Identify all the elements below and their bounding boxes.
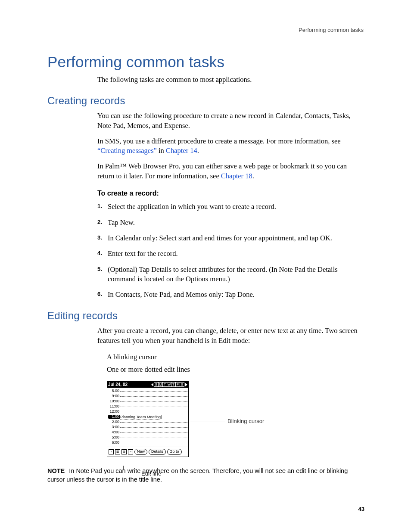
view-agenda-icon[interactable]: ≡ xyxy=(128,449,133,454)
calendar-day-nav: S M T W T F S xyxy=(151,382,187,387)
note-block: NOTEIn Note Pad you can write anywhere o… xyxy=(47,467,364,484)
callout-edit-line: Edit line xyxy=(141,470,161,478)
time-row: 9:00 xyxy=(108,394,187,399)
calendar-header: Jul 24, 02 S M T W T F S xyxy=(107,382,188,388)
step-2: Tap New. xyxy=(97,218,364,227)
intro-block: The following tasks are common to most a… xyxy=(97,75,364,84)
link-chapter-14[interactable]: Chapter 14 xyxy=(166,146,197,155)
step-4: Enter text for the record. xyxy=(97,249,364,258)
time-row: 8:00 xyxy=(108,389,187,394)
link-chapter-18[interactable]: Chapter 18 xyxy=(221,172,252,180)
sec1-p3: In Palm™ Web Browser Pro, you can either… xyxy=(97,162,364,181)
calendar-date: Jul 24, 02 xyxy=(108,383,129,387)
text-cursor-icon xyxy=(162,415,162,419)
callout-blinking-cursor: Blinking cursor xyxy=(227,417,264,425)
feature-cursor: A blinking cursor xyxy=(107,352,364,363)
page-title: Performing common tasks xyxy=(47,53,364,71)
note-label: NOTE xyxy=(47,467,65,474)
heading-editing-records: Editing records xyxy=(47,310,364,322)
sec1-p1: You can use the following procedure to c… xyxy=(97,111,364,131)
new-button[interactable]: New xyxy=(134,449,147,455)
sec2-p1: After you create a record, you can chang… xyxy=(97,326,364,345)
time-row: 3:00 xyxy=(108,425,187,430)
view-week-icon[interactable]: ☰ xyxy=(115,449,120,454)
time-row: 11:00 xyxy=(108,404,187,409)
link-creating-messages[interactable]: “Creating messages” xyxy=(97,146,157,155)
appointment-text: Planning Team Meeting xyxy=(120,415,161,420)
running-header-text: Performing common tasks xyxy=(299,27,364,33)
prev-arrow-icon[interactable] xyxy=(151,383,153,386)
header-rule xyxy=(47,36,364,36)
procedure-steps: Select the application in which you want… xyxy=(97,202,364,299)
calendar-screenshot: Jul 24, 02 S M T W T F S 8:00 xyxy=(107,381,189,457)
time-row: 2:00 xyxy=(108,420,187,425)
step-6: In Contacts, Note Pad, and Memos only: T… xyxy=(97,290,364,299)
time-row: 5:00 xyxy=(108,435,187,440)
time-row: 12:00 xyxy=(108,409,187,414)
feature-editline: One or more dotted edit lines xyxy=(107,364,364,375)
page: Performing common tasks Performing commo… xyxy=(0,0,411,532)
intro-text: The following tasks are common to most a… xyxy=(97,75,364,84)
sec1-p2: In SMS, you use a different procedure to… xyxy=(97,137,364,156)
heading-creating-records: Creating records xyxy=(47,95,364,107)
calendar-footer: • ☰ ⊞ ≡ New Details Go to xyxy=(107,447,188,457)
sec2-body: After you create a record, you can chang… xyxy=(97,326,364,484)
running-header: Performing common tasks xyxy=(47,27,364,36)
details-button[interactable]: Details xyxy=(149,449,166,455)
sec1-body: You can use the following procedure to c… xyxy=(97,111,364,299)
note-text: In Note Pad you can write anywhere on th… xyxy=(47,467,348,483)
procedure-title: To create a record: xyxy=(97,189,364,198)
time-row: 4:00 xyxy=(108,430,187,435)
day-s2[interactable]: S xyxy=(180,382,184,387)
time-row-selected: 1:00 Planning Team Meeting xyxy=(108,414,187,420)
view-day-icon[interactable]: • xyxy=(109,449,114,454)
step-3: In Calendar only: Select start and end t… xyxy=(97,233,364,243)
page-number: 43 xyxy=(358,506,364,512)
time-row: 6:00 xyxy=(108,440,187,445)
step-5: (Optional) Tap Details to select attribu… xyxy=(97,265,364,284)
step-1: Select the application in which you want… xyxy=(97,202,364,212)
next-arrow-icon[interactable] xyxy=(185,383,187,386)
view-month-icon[interactable]: ⊞ xyxy=(121,449,127,454)
calendar-figure: Jul 24, 02 S M T W T F S 8:00 xyxy=(107,381,331,457)
goto-button[interactable]: Go to xyxy=(167,449,182,455)
time-row: 10:00 xyxy=(108,399,187,404)
calendar-rows: 8:00 9:00 10:00 11:00 12:00 1:00 Plannin… xyxy=(107,388,188,445)
sec2-feature-list: A blinking cursor One or more dotted edi… xyxy=(107,352,364,375)
